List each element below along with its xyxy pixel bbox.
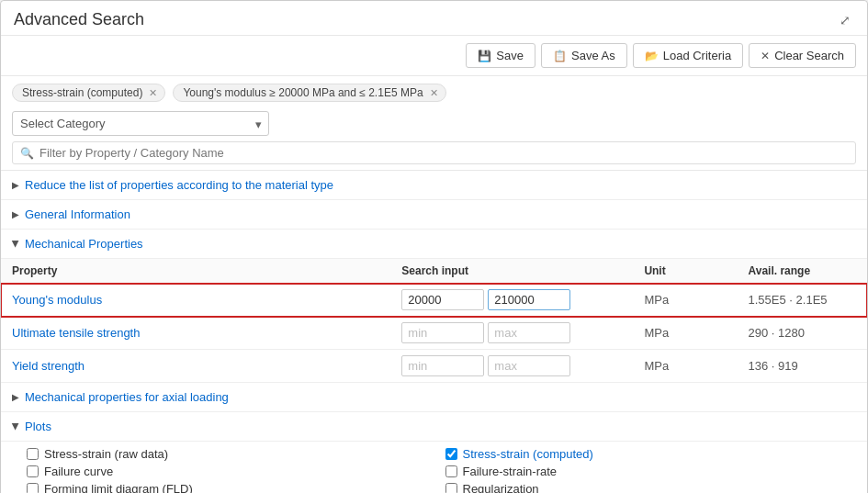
plots-checkboxes: Stress-strain (raw data) Stress-strain (… [1, 442, 867, 493]
checkbox-forming-limit: Forming limit diagram (FLD) [27, 482, 427, 493]
mech-axial-title: Mechanical properties for axial loading [25, 390, 229, 404]
category-select-wrap: Select Category [12, 111, 269, 136]
save-button[interactable]: 💾 Save [466, 43, 535, 68]
tags-row: Stress-strain (computed) ✕ Young's modul… [1, 76, 867, 107]
filter-input-wrap: 🔍 [12, 141, 856, 164]
col-header-search-input: Search input [390, 259, 633, 284]
mech-axial-section-header[interactable]: ▶ Mechanical properties for axial loadin… [1, 383, 867, 412]
property-name-youngs: Young's modulus [12, 293, 102, 307]
checkbox-failure-curve-label: Failure curve [44, 465, 113, 478]
load-criteria-button[interactable]: 📂 Load Criteria [633, 43, 743, 68]
checkbox-stress-strain-computed-label: Stress-strain (computed) [463, 447, 593, 461]
table-row: Ultimate tensile strength MPa 290 · 1280 [1, 317, 867, 350]
checkbox-forming-limit-input[interactable] [27, 483, 39, 493]
yield-max-input[interactable] [488, 355, 570, 376]
ultimate-inputs [401, 322, 622, 343]
expand-icon[interactable]: ⤢ [836, 11, 854, 29]
reduce-list-section-header[interactable]: ▶ Reduce the list of properties accordin… [1, 171, 867, 200]
category-row: Select Category [1, 107, 867, 141]
youngs-max-input[interactable] [488, 289, 570, 310]
filter-row: 🔍 [1, 141, 867, 170]
toolbar: 💾 Save 📋 Save As 📂 Load Criteria ✕ Clear… [1, 36, 867, 76]
property-name-ultimate: Ultimate tensile strength [12, 326, 140, 340]
clear-search-button[interactable]: ✕ Clear Search [749, 43, 856, 68]
checkbox-failure-strain-rate-input[interactable] [445, 465, 457, 477]
checkbox-forming-limit-label: Forming limit diagram (FLD) [44, 482, 193, 493]
checkbox-stress-strain-raw-label: Stress-strain (raw data) [44, 447, 168, 461]
reduce-list-arrow: ▶ [12, 180, 19, 190]
general-info-section-header[interactable]: ▶ General Information [1, 200, 867, 230]
clear-icon: ✕ [761, 50, 770, 62]
checkbox-regularization-label: Regularization [463, 482, 539, 493]
advanced-search-window: Advanced Search ⤢ 💾 Save 📋 Save As 📂 Loa… [0, 0, 868, 493]
checkbox-failure-curve-input[interactable] [27, 465, 39, 477]
checkbox-regularization-input[interactable] [445, 483, 457, 493]
filter-input[interactable] [39, 146, 848, 160]
ultimate-min-input[interactable] [401, 322, 484, 343]
youngs-min-input[interactable] [401, 289, 484, 310]
youngs-range: 1.55E5 · 2.1E5 [749, 293, 828, 307]
mech-axial-arrow: ▶ [12, 392, 19, 402]
mech-props-section-header[interactable]: ▶ Mechanical Properties [1, 230, 867, 259]
search-icon: 🔍 [20, 147, 34, 160]
checkbox-stress-strain-computed-input[interactable] [445, 448, 457, 460]
property-name-yield: Yield strength [12, 359, 85, 373]
general-info-title: General Information [25, 207, 130, 221]
checkbox-stress-strain-computed: Stress-strain (computed) [445, 447, 846, 461]
yield-min-input[interactable] [401, 355, 484, 376]
category-select[interactable]: Select Category [12, 111, 269, 136]
ultimate-max-input[interactable] [488, 322, 570, 343]
save-icon: 💾 [478, 50, 491, 62]
col-header-property: Property [1, 259, 390, 284]
youngs-inputs [401, 289, 622, 310]
yield-unit: MPa [644, 359, 669, 373]
content-area: ▶ Reduce the list of properties accordin… [1, 170, 867, 493]
general-info-arrow: ▶ [12, 209, 19, 219]
table-row: Yield strength MPa 136 · 919 [1, 350, 867, 383]
save-as-icon: 📋 [553, 50, 567, 62]
reduce-list-title: Reduce the list of properties according … [25, 178, 333, 192]
plots-arrow: ▶ [11, 423, 21, 431]
tag-stress-strain-close[interactable]: ✕ [149, 87, 157, 99]
property-table: Property Search input Unit Avail. range … [1, 259, 867, 383]
plots-section-header[interactable]: ▶ Plots [1, 412, 867, 442]
checkbox-failure-curve: Failure curve [27, 465, 427, 478]
yield-range: 136 · 919 [749, 359, 798, 373]
table-row: Young's modulus MPa 1.55E5 · 2.1E5 [1, 284, 867, 317]
col-header-unit: Unit [633, 259, 737, 284]
checkbox-failure-strain-rate: Failure-strain-rate [445, 465, 846, 478]
checkbox-stress-strain-raw-input[interactable] [27, 448, 39, 460]
yield-inputs [401, 355, 622, 376]
col-header-avail-range: Avail. range [738, 259, 867, 284]
checkbox-stress-strain-raw: Stress-strain (raw data) [27, 447, 427, 461]
tag-stress-strain: Stress-strain (computed) ✕ [12, 84, 165, 102]
tag-youngs-modulus: Young's modulus ≥ 20000 MPa and ≤ 2.1E5 … [173, 84, 445, 102]
ultimate-unit: MPa [644, 326, 669, 340]
mech-props-arrow: ▶ [11, 241, 21, 248]
load-icon: 📂 [645, 50, 659, 62]
checkbox-regularization: Regularization [445, 482, 846, 493]
title-bar-actions: ⤢ [836, 11, 854, 29]
checkbox-failure-strain-rate-label: Failure-strain-rate [463, 465, 558, 478]
youngs-unit: MPa [644, 293, 669, 307]
mech-props-title: Mechanical Properties [25, 237, 143, 251]
title-bar: Advanced Search ⤢ [1, 1, 867, 36]
page-title: Advanced Search [14, 10, 144, 29]
tag-youngs-close[interactable]: ✕ [430, 87, 438, 99]
ultimate-range: 290 · 1280 [749, 326, 805, 340]
save-as-button[interactable]: 📋 Save As [541, 43, 627, 68]
plots-title: Plots [25, 420, 51, 433]
